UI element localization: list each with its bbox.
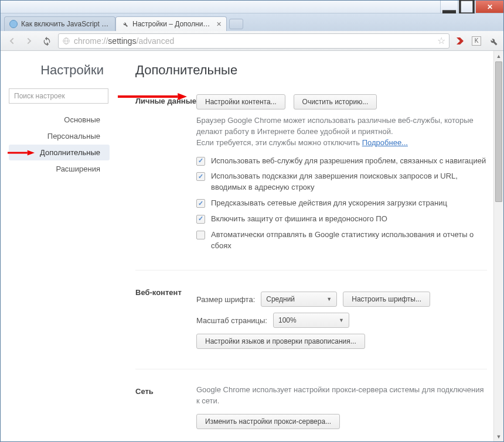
sidebar-item-basic[interactable]: Основные	[9, 112, 110, 128]
checkbox-predict[interactable]	[196, 199, 205, 208]
checkbox-nav-errors[interactable]	[196, 157, 205, 166]
page-content: Настройки Поиск настроек Основные Персон…	[1, 51, 503, 441]
settings-main: Дополнительные Личные данные Настройки к…	[118, 51, 503, 441]
annotation-arrow-icon	[8, 150, 35, 156]
favicon-icon	[9, 20, 18, 28]
svg-marker-6	[28, 150, 35, 155]
wrench-menu-button[interactable]	[487, 35, 499, 47]
wrench-icon	[121, 20, 129, 28]
checkbox-usage-stats[interactable]	[196, 231, 205, 239]
content-settings-button[interactable]: Настройки контента...	[196, 94, 285, 109]
browser-tab-settings[interactable]: Настройки – Дополнительн ✕	[115, 16, 227, 31]
close-button[interactable]: ✕	[475, 1, 503, 13]
scroll-up-icon[interactable]: ▲	[494, 51, 503, 61]
checkbox-phishing[interactable]	[196, 215, 205, 224]
caret-down-icon: ▼	[339, 317, 344, 323]
sidebar-item-personal[interactable]: Персональные	[9, 128, 110, 144]
svg-rect-1	[460, 0, 474, 13]
font-size-label: Размер шрифта:	[196, 295, 255, 304]
section-privacy: Личные данные Настройки контента... Очис…	[135, 94, 487, 270]
annotation-arrow-icon	[118, 93, 187, 100]
url-text: chrome://settings/advanced	[74, 36, 174, 46]
globe-icon	[62, 37, 70, 45]
extension-k-icon[interactable]: K	[471, 35, 482, 47]
kaspersky-icon[interactable]	[454, 35, 466, 47]
minimize-button[interactable]	[440, 1, 458, 13]
tab-title: Настройки – Дополнительн	[132, 20, 213, 28]
privacy-description: Браузер Google Chrome может использовать…	[196, 115, 487, 149]
maximize-button[interactable]	[458, 1, 475, 13]
page-zoom-label: Масштаб страницы:	[196, 316, 267, 325]
new-tab-button[interactable]	[229, 19, 243, 29]
vertical-scrollbar[interactable]: ▲ ▼	[493, 51, 503, 441]
page-zoom-select[interactable]: 100%▼	[273, 313, 349, 328]
tab-strip: Как включить JavaScript в × Настройки – …	[1, 13, 503, 31]
sidebar-title: Настройки	[9, 63, 110, 78]
section-network: Сеть Google Chrome использует настройки …	[135, 385, 487, 441]
section-label-webcontent: Веб-контент	[135, 286, 196, 355]
page-title: Дополнительные	[135, 63, 487, 78]
sidebar-item-advanced[interactable]: Дополнительные	[9, 145, 110, 160]
font-size-select[interactable]: Средний▼	[261, 292, 337, 307]
sidebar-item-extensions[interactable]: Расширения	[9, 161, 110, 177]
scroll-down-icon[interactable]: ▼	[494, 431, 503, 441]
window-titlebar: ✕	[1, 1, 503, 13]
back-button[interactable]	[5, 35, 18, 47]
bookmark-star-icon[interactable]: ☆	[437, 35, 445, 46]
browser-toolbar: chrome://settings/advanced ☆ K	[1, 31, 503, 51]
tab-close-icon[interactable]: ✕	[216, 20, 222, 28]
checkbox-suggestions[interactable]	[196, 172, 205, 181]
browser-tab-javascript[interactable]: Как включить JavaScript в ×	[4, 16, 115, 31]
caret-down-icon: ▼	[326, 296, 332, 302]
forward-button[interactable]	[23, 35, 36, 47]
learn-more-link[interactable]: Подробнее...	[362, 138, 408, 147]
customize-fonts-button[interactable]: Настроить шрифты...	[343, 292, 430, 307]
proxy-settings-button[interactable]: Изменить настройки прокси-сервера...	[196, 414, 340, 429]
settings-search-input[interactable]: Поиск настроек	[9, 88, 108, 104]
tab-title: Как включить JavaScript в ×	[21, 20, 110, 28]
reload-button[interactable]	[40, 35, 53, 47]
section-label-network: Сеть	[135, 385, 196, 429]
network-description: Google Chrome использует настройки прокс…	[196, 385, 487, 407]
language-settings-button[interactable]: Настройки языков и проверки правописания…	[196, 334, 365, 349]
section-label-privacy: Личные данные	[135, 94, 196, 256]
clear-history-button[interactable]: Очистить историю...	[294, 94, 377, 109]
section-web-content: Веб-контент Размер шрифта: Средний▼ Наст…	[135, 286, 487, 369]
address-bar[interactable]: chrome://settings/advanced ☆	[58, 33, 449, 49]
settings-sidebar: Настройки Поиск настроек Основные Персон…	[1, 51, 118, 441]
scroll-thumb[interactable]	[495, 61, 502, 202]
svg-marker-8	[178, 93, 187, 100]
